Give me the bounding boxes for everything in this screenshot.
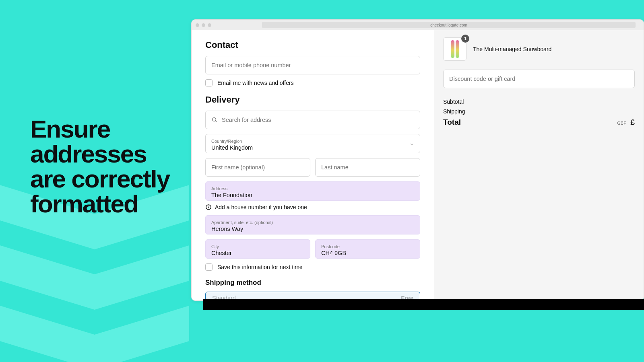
svg-line-1	[215, 121, 217, 122]
postcode-field[interactable]: Postcode CH4 9GB	[315, 239, 420, 259]
svg-point-4	[208, 206, 209, 206]
subtotal-line: Subtotal	[443, 99, 635, 105]
traffic-light-close[interactable]	[196, 23, 199, 27]
city-label: City	[211, 245, 304, 249]
delivery-heading: Delivery	[205, 95, 420, 105]
cart-item: 1 The Multi-managed Snowboard	[443, 37, 635, 61]
news-offers-checkbox[interactable]	[205, 79, 213, 86]
last-name-placeholder: Last name	[321, 164, 414, 171]
shipping-line: Shipping	[443, 108, 635, 115]
address-field[interactable]: Address The Foundation	[205, 181, 420, 201]
save-info-checkbox[interactable]	[205, 263, 213, 271]
search-icon	[211, 117, 218, 123]
svg-point-0	[213, 118, 216, 121]
traffic-light-min[interactable]	[202, 23, 205, 27]
checkout-main: Contact Email or mobile phone number Ema…	[192, 30, 434, 300]
apartment-field[interactable]: Apartment, suite, etc. (optional) Herons…	[205, 215, 420, 234]
discount-code-field[interactable]: Discount code or gift card	[443, 70, 635, 88]
postcode-label: Postcode	[321, 245, 414, 249]
postcode-value: CH4 9GB	[321, 250, 414, 256]
city-field[interactable]: City Chester	[205, 239, 310, 259]
first-name-placeholder: First name (optional)	[211, 164, 304, 171]
total-line: Total GBP £	[443, 118, 635, 127]
email-field[interactable]: Email or mobile phone number	[205, 56, 420, 74]
address-label: Address	[211, 187, 414, 191]
discount-code-placeholder: Discount code or gift card	[449, 76, 629, 82]
country-label: Country/Region	[211, 139, 414, 144]
shipping-label: Shipping	[443, 108, 465, 115]
save-info-row[interactable]: Save this information for next time	[205, 263, 420, 271]
total-amount: £	[630, 118, 635, 126]
address-value: The Foundation	[211, 192, 414, 198]
apartment-label: Apartment, suite, etc. (optional)	[211, 220, 414, 225]
apartment-value: Herons Way	[211, 226, 414, 232]
last-name-field[interactable]: Last name	[315, 158, 420, 177]
url-bar[interactable]: checkout.loqate.com	[262, 22, 636, 28]
stage: Ensure addresses are correctly formatted…	[0, 0, 644, 362]
total-label: Total	[443, 118, 461, 127]
city-value: Chester	[211, 250, 304, 256]
shipping-method-heading: Shipping method	[205, 279, 420, 287]
browser-window: checkout.loqate.com Contact Email or mob…	[191, 19, 644, 301]
house-number-hint-text: Add a house number if you have one	[215, 204, 307, 210]
chevron-down-icon	[409, 141, 414, 146]
currency-code: GBP	[617, 121, 626, 126]
headline: Ensure addresses are correctly formatted	[30, 117, 179, 216]
subtotal-label: Subtotal	[443, 99, 464, 105]
country-select[interactable]: Country/Region United Kingdom	[205, 134, 420, 153]
quantity-badge: 1	[461, 35, 469, 43]
order-summary: 1 The Multi-managed Snowboard Discount c…	[434, 30, 644, 300]
first-name-field[interactable]: First name (optional)	[205, 158, 310, 177]
browser-bar: checkout.loqate.com	[192, 20, 644, 30]
traffic-light-max[interactable]	[208, 23, 211, 27]
save-info-label: Save this information for next time	[217, 264, 303, 270]
email-placeholder: Email or mobile phone number	[211, 62, 414, 68]
address-search-placeholder: Search for address	[222, 117, 414, 123]
news-offers-row[interactable]: Email me with news and offers	[205, 79, 420, 86]
dark-bar	[203, 299, 644, 310]
address-search-field[interactable]: Search for address	[205, 111, 420, 129]
contact-heading: Contact	[205, 40, 420, 50]
info-icon	[205, 204, 212, 210]
house-number-hint: Add a house number if you have one	[205, 204, 420, 210]
product-thumbnail: 1	[443, 37, 466, 61]
country-value: United Kingdom	[211, 144, 414, 151]
news-offers-label: Email me with news and offers	[217, 80, 294, 86]
product-name: The Multi-managed Snowboard	[473, 46, 551, 52]
